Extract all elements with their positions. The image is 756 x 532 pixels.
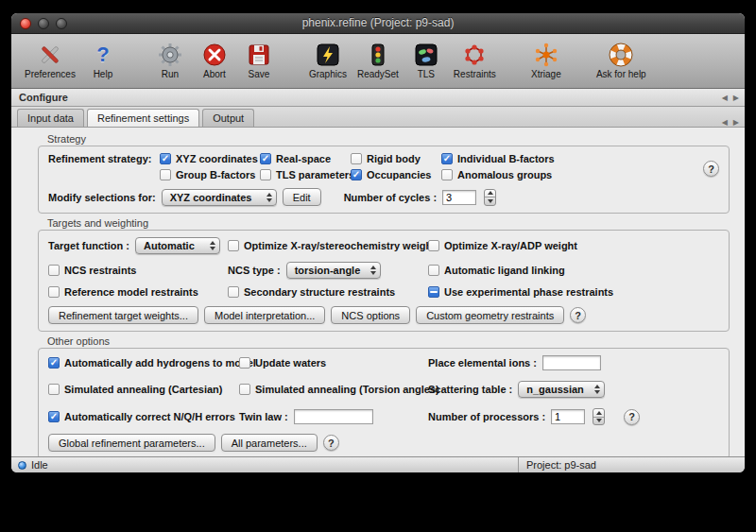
checkbox-anomalous-groups[interactable]: Anomalous groups <box>441 169 719 180</box>
checkbox-box <box>160 153 171 164</box>
checkbox-box <box>260 153 271 164</box>
ncs-type-label: NCS type : <box>228 265 281 276</box>
stepper-down-icon[interactable] <box>593 418 604 425</box>
popup-arrows-icon <box>266 193 272 202</box>
toolbar-restraints-button[interactable]: Restraints <box>454 42 496 79</box>
targets-help-button[interactable]: ? <box>570 307 586 323</box>
model-interpretation-button[interactable]: Model interpretation... <box>204 306 325 324</box>
checkbox-box <box>228 240 239 251</box>
close-button[interactable] <box>20 18 31 29</box>
other-options-group: Other options Automatically add hydrogen… <box>11 335 745 456</box>
tab-strip: Input data Refinement settings Output ◀ … <box>11 107 745 128</box>
other-options-help-button[interactable]: ? <box>323 435 339 451</box>
traffic-lights <box>20 18 67 29</box>
tab-output[interactable]: Output <box>202 109 254 127</box>
checkbox-tls-parameters[interactable]: TLS parameters <box>260 169 351 180</box>
edit-selection-button[interactable]: Edit <box>283 188 321 206</box>
checkbox-box <box>441 169 453 180</box>
toolbar-ask-for-help-button[interactable]: Ask for help <box>596 42 646 79</box>
toolbar-readyset-button[interactable]: ReadySet <box>357 42 399 79</box>
checkbox-reference-model-restraints[interactable]: Reference model restraints <box>48 286 198 298</box>
tab-refinement-settings[interactable]: Refinement settings <box>87 109 199 127</box>
place-elemental-ions-input[interactable] <box>542 355 601 370</box>
toolbar-help-button[interactable]: ? Help <box>86 42 120 79</box>
stepper-up-icon[interactable] <box>593 409 604 418</box>
toolbar-run-button[interactable]: Run <box>153 42 187 79</box>
minimize-button[interactable] <box>38 18 49 29</box>
checkbox-group-b-factors[interactable]: Group B-factors <box>160 169 260 180</box>
readyset-icon <box>366 42 390 68</box>
checkbox-add-hydrogens[interactable]: Automatically add hydrogens to model <box>48 357 256 369</box>
checkbox-correct-nqh[interactable]: Automatically correct N/Q/H errors <box>48 411 235 422</box>
checkbox-box <box>48 286 60 298</box>
window-title: phenix.refine (Project: p9-sad) <box>11 13 745 33</box>
scroll-right-icon[interactable]: ▶ <box>733 94 739 102</box>
checkbox-xyz-coordinates[interactable]: XYZ coordinates <box>160 153 260 164</box>
ask-for-help-icon <box>609 42 633 68</box>
checkbox-box <box>351 153 362 164</box>
abort-icon <box>202 42 227 68</box>
toolbar-preferences-button[interactable]: Preferences <box>25 42 76 79</box>
checkbox-optimize-xray-adp-weight[interactable]: Optimize X-ray/ADP weight <box>428 240 577 251</box>
checkbox-update-waters[interactable]: Update waters <box>239 357 326 369</box>
ncs-type-dropdown[interactable]: torsion-angle <box>286 262 381 279</box>
tls-icon <box>414 42 438 68</box>
preferences-icon <box>38 42 62 68</box>
checkbox-occupancies[interactable]: Occupancies <box>351 169 441 180</box>
checkbox-box <box>428 240 439 251</box>
checkbox-simulated-annealing-cartesian[interactable]: Simulated annealing (Cartesian) <box>48 384 222 395</box>
toolbar-save-button[interactable]: Save <box>242 42 276 79</box>
zoom-button[interactable] <box>56 18 67 29</box>
other-options-group-title: Other options <box>47 335 745 347</box>
checkbox-real-space[interactable]: Real-space <box>260 153 351 164</box>
processors-input[interactable] <box>551 409 585 424</box>
custom-geometry-restraints-button[interactable]: Custom geometry restraints <box>416 306 564 324</box>
scroll-left-icon[interactable]: ◀ <box>722 118 728 127</box>
checkbox-optimize-xray-stereochemistry-weight[interactable]: Optimize X-ray/stereochemistry weight <box>228 240 436 251</box>
configure-scroll-arrows: ◀ ▶ <box>722 94 739 102</box>
all-parameters-button[interactable]: All parameters... <box>221 434 318 452</box>
popup-arrows-icon <box>210 241 215 250</box>
tab-input-data[interactable]: Input data <box>17 109 84 127</box>
tab-scroll-arrows: ◀ ▶ <box>722 118 739 127</box>
toolbar-xtriage-button[interactable]: Xtriage <box>529 42 563 79</box>
global-refinement-parameters-button[interactable]: Global refinement parameters... <box>48 434 215 452</box>
checkbox-box <box>48 384 60 395</box>
checkbox-individual-b-factors[interactable]: Individual B-factors <box>441 153 719 164</box>
ncs-options-button[interactable]: NCS options <box>331 306 410 324</box>
checkbox-simulated-annealing-torsion[interactable]: Simulated annealing (Torsion angles) <box>239 384 439 395</box>
stepper-up-icon[interactable] <box>485 190 495 198</box>
graphics-icon <box>316 42 340 68</box>
cycles-input[interactable] <box>442 190 476 205</box>
checkbox-use-experimental-phase-restraints[interactable]: Use experimental phase restraints <box>428 286 613 298</box>
scattering-table-dropdown[interactable]: n_gaussian <box>518 381 605 398</box>
refinement-strategy-label: Refinement strategy: <box>48 153 160 164</box>
checkbox-automatic-ligand-linking[interactable]: Automatic ligand linking <box>428 265 565 276</box>
scroll-right-icon[interactable]: ▶ <box>733 118 739 127</box>
checkbox-box <box>351 169 362 180</box>
checkbox-secondary-structure-restraints[interactable]: Secondary structure restraints <box>228 286 395 298</box>
target-function-dropdown[interactable]: Automatic <box>135 237 220 254</box>
checkbox-box <box>160 169 171 180</box>
number-of-processors-label: Number of processors : <box>428 411 545 422</box>
refinement-target-weights-button[interactable]: Refinement target weights... <box>48 306 198 324</box>
modify-selections-dropdown[interactable]: XYZ coordinates <box>162 189 277 206</box>
checkbox-rigid-body[interactable]: Rigid body <box>351 153 441 164</box>
toolbar: Preferences ? Help Run Abort Save <box>11 34 745 89</box>
scroll-left-icon[interactable]: ◀ <box>722 94 728 102</box>
cycles-stepper[interactable] <box>484 189 496 206</box>
toolbar-tls-button[interactable]: TLS <box>409 42 443 79</box>
configure-label: Configure <box>19 92 68 103</box>
strategy-help-button[interactable]: ? <box>703 161 719 177</box>
checkbox-box <box>441 153 453 164</box>
strategy-group-title: Strategy <box>47 133 745 145</box>
toolbar-abort-button[interactable]: Abort <box>198 42 232 79</box>
title-bar[interactable]: phenix.refine (Project: p9-sad) <box>11 13 745 34</box>
stepper-down-icon[interactable] <box>485 197 495 205</box>
processors-help-button[interactable]: ? <box>624 409 640 425</box>
twin-law-input[interactable] <box>294 409 373 424</box>
checkbox-ncs-restraints[interactable]: NCS restraints <box>48 265 136 276</box>
checkbox-box <box>48 357 60 369</box>
processors-stepper[interactable] <box>593 408 605 425</box>
toolbar-graphics-button[interactable]: Graphics <box>309 42 347 79</box>
